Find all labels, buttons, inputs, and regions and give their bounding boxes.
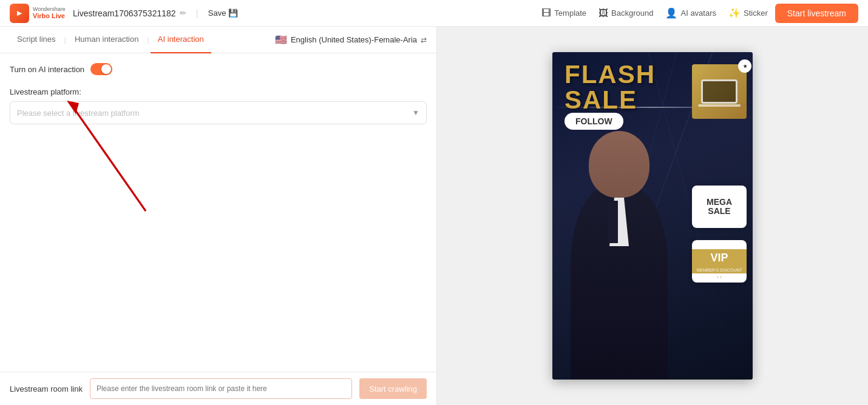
header-title: Livestream1706375321182 ✏	[73, 8, 186, 18]
flash-sale-text: FLASH SALE	[565, 62, 656, 113]
ai-interaction-toggle[interactable]	[90, 63, 112, 75]
ai-avatars-label: AI avatars	[680, 8, 716, 18]
header-tools: 🎞 Template 🖼 Background 👤 AI avatars ✨ S…	[541, 7, 767, 19]
language-arrow-icon: ⇄	[421, 36, 427, 44]
start-livestream-button[interactable]: Start livestream	[775, 4, 858, 23]
right-panel: FLASH SALE FOLLOW ★	[437, 27, 868, 405]
background-icon: 🖼	[598, 8, 608, 19]
ai-avatars-button[interactable]: 👤 AI avatars	[665, 7, 716, 19]
mega-sale-card: MEGASALE	[692, 186, 747, 228]
toggle-label: Turn on AI interaction	[10, 65, 84, 74]
template-label: Template	[554, 8, 586, 18]
start-crawling-button[interactable]: Start crawling	[359, 378, 427, 399]
save-button[interactable]: Save 💾	[208, 8, 239, 18]
person-head	[589, 131, 649, 198]
follow-badge: FOLLOW	[565, 113, 623, 130]
vip-label: VIP	[692, 249, 747, 267]
logo: ▶ Wondershare Virbo Live	[10, 4, 66, 23]
panel-content: Turn on AI interaction Livestream platfo…	[0, 53, 436, 372]
tab-script-lines-label: Script lines	[17, 35, 56, 44]
template-button[interactable]: 🎞 Template	[541, 8, 586, 19]
language-text: English (United States)-Female-Aria	[291, 35, 417, 44]
header: ▶ Wondershare Virbo Live Livestream17063…	[0, 0, 868, 27]
tab-human-interaction-label: Human interaction	[75, 35, 139, 44]
ai-toggle-row: Turn on AI interaction	[10, 63, 427, 75]
tab-human-interaction[interactable]: Human interaction	[67, 27, 146, 53]
vip-card: VIP MEMBER'S DISCOUNT › ›	[692, 240, 747, 283]
tab-ai-interaction[interactable]: AI interaction	[151, 27, 211, 53]
platform-label: Livestream platform:	[10, 87, 427, 96]
save-label: Save	[208, 8, 226, 18]
edit-icon[interactable]: ✏	[180, 8, 186, 18]
bottom-bar: Livestream room link Start crawling	[0, 372, 436, 405]
preview-container: FLASH SALE FOLLOW ★	[552, 52, 753, 380]
header-divider: |	[196, 8, 198, 19]
flag-icon: 🇺🇸	[275, 34, 287, 45]
tab-separator-1: |	[64, 35, 66, 44]
platform-select-wrapper: ▼ Please select a livestream platform	[10, 101, 427, 124]
tabs-bar: Script lines | Human interaction | AI in…	[0, 27, 436, 53]
save-icon: 💾	[228, 8, 238, 18]
livestream-room-link-input[interactable]	[90, 378, 352, 399]
mega-label: MEGASALE	[707, 198, 732, 216]
star-badge: ★	[738, 59, 751, 73]
tab-ai-interaction-label: AI interaction	[158, 35, 204, 44]
vip-member-discount: MEMBER'S DISCOUNT	[692, 267, 747, 273]
main-layout: Script lines | Human interaction | AI in…	[0, 27, 868, 405]
tab-script-lines[interactable]: Script lines	[10, 27, 63, 53]
logo-text: Wondershare Virbo Live	[33, 7, 66, 20]
project-name: Livestream1706375321182	[73, 8, 176, 18]
platform-select[interactable]	[10, 101, 427, 124]
person-figure	[558, 125, 680, 380]
sticker-button[interactable]: ✨ Sticker	[728, 7, 768, 19]
flash-word: FLASH	[565, 62, 656, 87]
left-panel: Script lines | Human interaction | AI in…	[0, 27, 437, 405]
sticker-label: Sticker	[744, 8, 768, 18]
vip-arrows: › ›	[717, 274, 722, 280]
template-icon: 🎞	[541, 8, 551, 19]
preview-background: FLASH SALE FOLLOW ★	[552, 52, 753, 380]
tab-separator-2: |	[147, 35, 149, 44]
background-label: Background	[611, 8, 653, 18]
sale-word: SALE	[565, 87, 656, 113]
background-button[interactable]: 🖼 Background	[598, 8, 653, 19]
livestream-room-link-label: Livestream room link	[10, 384, 83, 393]
product-card: ★	[692, 64, 747, 119]
laptop-icon	[701, 79, 737, 104]
language-selector[interactable]: 🇺🇸 English (United States)-Female-Aria ⇄	[275, 34, 427, 45]
logo-icon: ▶	[10, 4, 29, 23]
person-tie	[608, 201, 618, 243]
ai-avatars-icon: 👤	[665, 7, 677, 19]
sticker-icon: ✨	[728, 7, 741, 19]
